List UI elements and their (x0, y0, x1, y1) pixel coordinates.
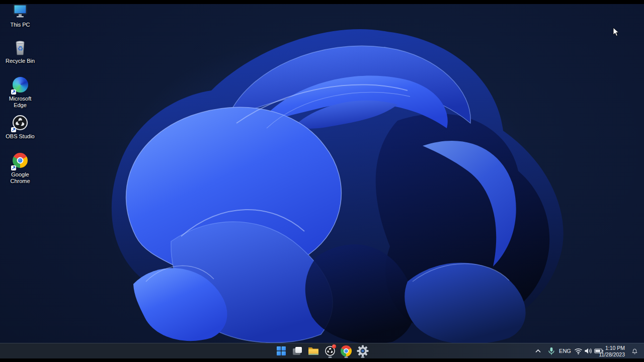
folder-icon (307, 345, 319, 356)
time-label: 1:10 PM (599, 345, 625, 351)
gear-icon (357, 345, 369, 357)
desktop-icon-label: Microsoft Edge (4, 96, 36, 109)
desktop-icon-label: Google Chrome (4, 171, 36, 185)
tray-wifi-button[interactable] (573, 344, 583, 358)
desktop-icon-google-chrome[interactable]: Google Chrome (4, 152, 36, 185)
file-explorer-button[interactable] (306, 344, 320, 358)
language-indicator[interactable]: ENG (558, 344, 572, 358)
running-indicator (345, 356, 348, 358)
running-indicator (361, 356, 365, 358)
desktop-icon-this-pc[interactable]: This PC (4, 4, 36, 28)
running-indicator (329, 356, 332, 358)
windows-start-icon (276, 346, 286, 356)
desktop-icon-recycle-bin[interactable]: ♻ Recycle Bin (4, 39, 36, 64)
letterbox-bottom-bar (0, 358, 644, 362)
desktop-icon-label: Recycle Bin (4, 58, 36, 64)
chrome-icon (341, 345, 352, 356)
start-button[interactable] (274, 344, 288, 358)
bell-icon (631, 347, 638, 355)
language-label: ENG (559, 348, 571, 354)
desktop-icon-label: OBS Studio (4, 133, 36, 140)
shortcut-arrow-icon (11, 165, 16, 170)
letterbox-top-bar (0, 0, 644, 4)
taskbar: ENG 1:10 PM (0, 343, 644, 358)
tray-overflow-button[interactable] (532, 344, 543, 358)
task-view-icon (291, 345, 303, 356)
bloom-wallpaper-art (75, 20, 579, 343)
chrome-taskbar-button[interactable] (339, 344, 353, 358)
chevron-up-icon (535, 348, 541, 353)
windows-desktop-screen: This PC ♻ Recycle Bin Micr (0, 0, 644, 362)
microphone-icon (548, 347, 555, 355)
notification-center-button[interactable] (628, 344, 640, 358)
date-label: 11/28/2023 (599, 351, 625, 358)
volume-icon (584, 347, 593, 354)
desktop-icon-label: This PC (4, 22, 36, 28)
desktop-icon-microsoft-edge[interactable]: Microsoft Edge (4, 76, 36, 109)
svg-text:♻: ♻ (17, 45, 23, 52)
wifi-icon (574, 348, 583, 354)
mouse-cursor (613, 27, 620, 37)
shortcut-arrow-icon (11, 89, 16, 95)
desktop-icon-obs-studio[interactable]: OBS Studio (4, 115, 36, 140)
monitor-icon (12, 4, 29, 20)
settings-taskbar-button[interactable] (356, 344, 370, 358)
task-view-button[interactable] (290, 344, 304, 358)
desktop-wallpaper[interactable]: This PC ♻ Recycle Bin Micr (0, 4, 644, 343)
clock[interactable]: 1:10 PM 11/28/2023 (599, 345, 625, 357)
tray-microphone-button[interactable] (546, 344, 556, 358)
recycle-bin-icon: ♻ (12, 39, 29, 56)
obs-studio-taskbar-button[interactable] (323, 344, 337, 358)
tray-volume-button[interactable] (583, 344, 593, 358)
shortcut-arrow-icon (11, 127, 16, 132)
recording-dot-badge (332, 344, 336, 348)
